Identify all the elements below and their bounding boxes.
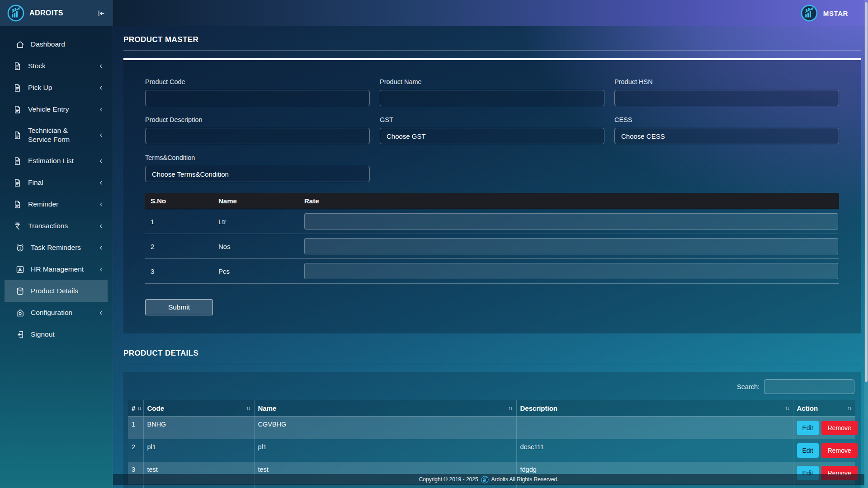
content: PRODUCT MASTER Product Code Product Name…: [113, 26, 868, 488]
alarm-icon: [15, 243, 25, 253]
unit-rate-input[interactable]: [304, 213, 838, 230]
cess-field: CESS Choose CESS: [614, 116, 839, 144]
cess-label: CESS: [614, 116, 839, 123]
column-header-code[interactable]: Code: [143, 400, 254, 417]
sidebar-item-label: Estimation List: [28, 156, 74, 165]
sidebar-item-stock[interactable]: Stock: [5, 55, 108, 77]
unit-sno: 1: [145, 218, 213, 225]
sidebar-item-estimation-list[interactable]: Estimation List: [5, 150, 108, 172]
sidebar-item-signout[interactable]: Signout: [5, 324, 108, 345]
chevron-left-icon[interactable]: [98, 85, 104, 91]
brand-name: ADROITS: [29, 9, 63, 17]
product-master-section: PRODUCT MASTER Product Code Product Name…: [123, 35, 861, 333]
chevron-left-icon[interactable]: [98, 158, 104, 164]
remove-button[interactable]: Remove: [821, 443, 858, 458]
column-header-action[interactable]: Action: [793, 400, 855, 417]
chevron-left-icon[interactable]: [98, 180, 104, 186]
product-name-input[interactable]: [380, 90, 604, 106]
footer-copyright: Copyright © 2019 - 2025 Ardoits All Righ…: [113, 474, 864, 485]
column-header-sno[interactable]: #: [128, 400, 143, 417]
unit-rate-input[interactable]: [304, 238, 838, 254]
sort-icon[interactable]: [784, 405, 790, 411]
sidebar-item-label: Stock: [28, 61, 46, 70]
gst-select[interactable]: Choose GST: [380, 128, 604, 144]
sidebar-item-label: Task Reminders: [31, 243, 81, 252]
chevron-left-icon[interactable]: [98, 132, 104, 138]
gst-label: GST: [380, 116, 604, 123]
cell-description: [516, 417, 793, 440]
main-area: PRODUCT MASTER Product Code Product Name…: [113, 26, 868, 488]
document-icon: [12, 199, 22, 209]
unit-name: Pcs: [213, 267, 299, 275]
sort-icon[interactable]: [137, 406, 142, 412]
units-header-cell: Rate: [299, 197, 839, 205]
sidebar-item-hr-management[interactable]: HR Management: [5, 258, 108, 280]
product-description-label: Product Description: [145, 116, 370, 123]
units-table-header: S.NoNameRate: [145, 193, 839, 209]
search-input[interactable]: [764, 379, 854, 394]
product-description-input[interactable]: [145, 128, 370, 144]
collapse-sidebar-icon[interactable]: [97, 9, 105, 18]
topbar: MSTAR: [113, 0, 868, 26]
product-name-label: Product Name: [380, 78, 604, 85]
sidebar-item-label: HR Management: [31, 265, 84, 274]
sidebar-item-label: Final: [28, 178, 43, 187]
units-header-cell: Name: [213, 197, 299, 205]
product-master-form: Product Code Product Name Product HSN Pr…: [145, 78, 839, 182]
edit-button[interactable]: Edit: [797, 421, 819, 435]
footer-logo-icon: [481, 476, 489, 483]
submit-button[interactable]: Submit: [145, 299, 213, 315]
document-icon: [12, 104, 22, 114]
sidebar-item-dashboard[interactable]: Dashboard: [5, 33, 108, 55]
chevron-left-icon[interactable]: [98, 202, 104, 207]
cess-selected-value: Choose CESS: [621, 132, 665, 140]
sort-icon[interactable]: [847, 405, 853, 411]
product-hsn-input[interactable]: [614, 90, 839, 106]
sidebar-item-label: Product Details: [31, 286, 78, 296]
sidebar-item-product-details[interactable]: Product Details: [5, 280, 108, 302]
sidebar-item-technician-service-form[interactable]: Technician & Service Form: [5, 120, 108, 150]
column-header-description[interactable]: Description: [516, 400, 793, 417]
divider: [123, 50, 861, 51]
product-code-label: Product Code: [145, 78, 370, 85]
sort-icon[interactable]: [245, 405, 251, 411]
chevron-left-icon[interactable]: [98, 107, 104, 113]
chevron-left-icon[interactable]: [98, 267, 104, 272]
gst-field: GST Choose GST: [380, 116, 604, 144]
terms-label: Terms&Condition: [145, 154, 370, 161]
sidebar-item-vehicle-entry[interactable]: Vehicle Entry: [5, 99, 108, 120]
unit-row: 3Pcs: [145, 259, 839, 284]
sort-icon[interactable]: [508, 405, 514, 411]
remove-button[interactable]: Remove: [821, 421, 858, 435]
chevron-left-icon[interactable]: [98, 310, 104, 316]
product-details-section: PRODUCT DETAILS Search: #CodeNameDescrip…: [123, 349, 861, 488]
document-icon: [12, 130, 22, 140]
sidebar-item-label: Technician & Service Form: [28, 126, 92, 144]
sidebar-item-task-reminders[interactable]: Task Reminders: [5, 237, 108, 258]
terms-select[interactable]: Choose Terms&Condition: [145, 166, 370, 182]
product-name-field: Product Name: [380, 78, 604, 106]
chevron-left-icon[interactable]: [98, 63, 104, 69]
product-code-input[interactable]: [145, 90, 370, 106]
sidebar-item-reminder[interactable]: Reminder: [5, 193, 108, 215]
cess-select[interactable]: Choose CESS: [614, 128, 839, 144]
sidebar-item-pick-up[interactable]: Pick Up: [5, 77, 108, 99]
sidebar-item-label: Dashboard: [31, 40, 65, 49]
units-table-body: 1Ltr2Nos3Pcs: [145, 209, 839, 284]
chevron-left-icon[interactable]: [98, 223, 104, 229]
unit-rate-input[interactable]: [304, 263, 838, 279]
unit-row: 1Ltr: [145, 209, 839, 234]
column-header-name[interactable]: Name: [254, 400, 516, 417]
scrollbar-thumb[interactable]: [865, 2, 868, 382]
copyright-text-before: Copyright © 2019 - 2025: [419, 476, 478, 483]
sidebar-item-transactions[interactable]: Transactions: [5, 215, 108, 237]
sidebar-item-final[interactable]: Final: [5, 172, 108, 193]
sidebar-item-label: Transactions: [28, 221, 68, 230]
document-icon: [12, 61, 22, 71]
edit-button[interactable]: Edit: [797, 443, 819, 458]
gst-selected-value: Choose GST: [387, 132, 426, 140]
divider: [123, 364, 861, 364]
chevron-left-icon[interactable]: [98, 245, 104, 251]
unit-name: Ltr: [213, 218, 299, 225]
sidebar-item-configuration[interactable]: Configuration: [5, 302, 108, 324]
